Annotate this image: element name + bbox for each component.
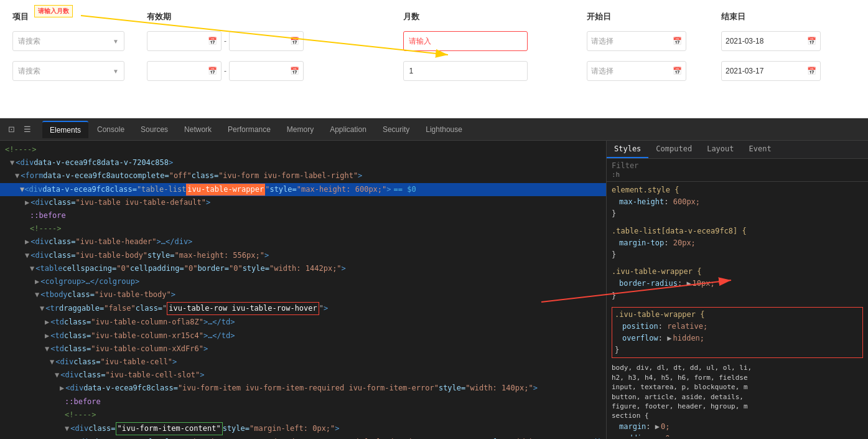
row1-enddate[interactable]: 2021-03-18 📅 (721, 31, 856, 51)
row2-validity: 📅 - 📅 (147, 61, 403, 81)
row2-start-select[interactable]: 请选择 📅 (587, 61, 686, 81)
expand-arrow[interactable]: ▶ (45, 330, 49, 342)
date-separator: - (224, 67, 226, 75)
devtools-icons: ⊡ ☰ (5, 123, 34, 136)
expand-arrow[interactable]: ▶ (25, 197, 29, 209)
dom-line-highlighted[interactable]: ▼ <div data-v-ecea9fc8 class= "table-lis… (0, 183, 606, 196)
styles-panel: Styles Computed Layout Event :h (607, 141, 868, 439)
row1-project[interactable]: 请搜索 ▼ (12, 31, 147, 51)
dom-panel: <!----> ▼ <div data-v-ecea9fc8 data-v-72… (0, 141, 607, 439)
dom-line: ▶ <td class= "ivu-table-column-xr15c4" >… (0, 329, 606, 342)
expand-arrow[interactable]: ▼ (15, 170, 19, 182)
expand-arrow[interactable]: ▼ (40, 303, 44, 314)
dom-line: ▶ <colgroup>…</colgroup> (0, 275, 606, 288)
row2-enddate[interactable]: 2021-03-17 📅 (721, 61, 856, 81)
dom-line: ▼ <table cellspacing= "0" cellpadding= "… (0, 262, 606, 275)
calendar-icon: 📅 (208, 37, 217, 45)
calendar-icon: 📅 (807, 67, 816, 75)
row1-date-end[interactable]: 📅 (229, 31, 304, 51)
calendar-icon: 📅 (807, 37, 816, 45)
dom-line: ▼ <form data-v-ecea9fc8 autocomplete= "o… (0, 169, 606, 182)
expand-arrow[interactable]: ▶ (35, 276, 39, 288)
row1-months-input[interactable]: 请输入 (403, 31, 528, 51)
expand-icon[interactable]: ▶ (686, 279, 691, 288)
annotation-callout: 请输入月数 (34, 5, 73, 17)
expand-icon[interactable]: ▶ (655, 422, 660, 431)
tab-lighthouse[interactable]: Lighthouse (418, 121, 470, 138)
expand-arrow[interactable]: ▼ (50, 356, 54, 368)
expand-arrow[interactable]: ▼ (25, 250, 29, 262)
row2-months-input[interactable]: 1 (403, 61, 528, 81)
expand-arrow[interactable]: ▼ (10, 157, 14, 169)
tab-computed[interactable]: Computed (648, 141, 699, 158)
row2-date-end[interactable]: 📅 (229, 61, 304, 81)
tab-application[interactable]: Application (322, 121, 374, 138)
expand-icon[interactable]: ▶ (660, 434, 664, 437)
tab-memory[interactable]: Memory (279, 121, 321, 138)
chevron-down-icon: ▼ (113, 38, 119, 45)
expand-arrow[interactable]: ▼ (35, 289, 39, 301)
row1-months[interactable]: 请输入 (403, 31, 587, 51)
cursor-icon[interactable]: ⊡ (5, 123, 17, 136)
dom-line: ▶ <div class= "ivu-table ivu-table-defau… (0, 196, 606, 209)
row2-startdate[interactable]: 请选择 📅 (587, 61, 721, 81)
calendar-icon: 📅 (290, 37, 299, 45)
tab-network[interactable]: Network (177, 121, 219, 138)
filter-bar[interactable]: :h (607, 159, 868, 182)
class-badge-tr: ivu-table-row ivu-table-row-hover (167, 302, 319, 315)
tab-console[interactable]: Console (90, 121, 132, 138)
calendar-icon: 📅 (673, 67, 682, 75)
expand-arrow[interactable]: ▼ (30, 263, 34, 275)
header-enddate: 结束日 (721, 11, 856, 22)
dom-line: <!----> (0, 143, 606, 156)
dom-line: ▼ <td class= "ivu-table-column-xXdFr6" > (0, 342, 606, 356)
expand-arrow[interactable]: ▶ (60, 382, 64, 394)
header-validity: 有效期 (147, 11, 403, 22)
dom-line: <!----> (0, 408, 606, 422)
style-rule: element.style { max-height: 600px; } (612, 184, 863, 220)
class-badge-content: "ivu-form-item-content" (116, 422, 223, 435)
row2-project-select[interactable]: 请搜索 ▼ (12, 61, 124, 81)
tab-elements[interactable]: Elements (42, 121, 88, 138)
app-area: 项目 有效期 月数 开始日 结束日 请搜索 ▼ (0, 0, 868, 118)
chevron-down-icon: ▼ (113, 68, 119, 75)
dom-line: ::before (0, 209, 606, 222)
row2-project[interactable]: 请搜索 ▼ (12, 61, 147, 81)
header-startdate: 开始日 (587, 11, 721, 22)
row1-date-range: 📅 - 📅 (147, 31, 403, 51)
row1-validity: 📅 - 📅 (147, 31, 403, 51)
tab-layout[interactable]: Layout (699, 141, 741, 158)
row1-project-select[interactable]: 请搜索 ▼ (12, 31, 124, 51)
row2-end-value[interactable]: 2021-03-17 📅 (721, 61, 821, 81)
row1-end-value[interactable]: 2021-03-18 📅 (721, 31, 821, 51)
dom-line: ▼ <div class= "ivu-table-body" style= "m… (0, 249, 606, 262)
style-rule: .ivu-table-wrapper { border-radius: ▶10p… (612, 266, 863, 302)
expand-arrow[interactable]: ▶ (70, 437, 74, 439)
style-rule-highlighted: .ivu-table-wrapper { position: relative;… (612, 307, 863, 359)
tab-performance[interactable]: Performance (220, 121, 278, 138)
expand-arrow[interactable]: ▶ (45, 316, 49, 328)
mobile-icon[interactable]: ☰ (21, 123, 34, 136)
row1-startdate[interactable]: 请选择 📅 (587, 31, 721, 51)
styles-tabs: Styles Computed Layout Event (607, 141, 868, 159)
styles-content: element.style { max-height: 600px; } .ta… (607, 182, 868, 437)
dom-line: ▼ <div class= "ivu-form-item-content" st… (0, 422, 606, 436)
tab-sources[interactable]: Sources (133, 121, 175, 138)
row2-months[interactable]: 1 (403, 61, 587, 81)
row2-date-start[interactable]: 📅 (147, 61, 222, 81)
dom-line: ▼ <div class= "ivu-table-cell-slot" > (0, 369, 606, 382)
expand-arrow[interactable]: ▼ (55, 369, 59, 381)
devtools-panel: ⊡ ☰ Elements Console Sources Network Per… (0, 118, 868, 439)
row1-start-select[interactable]: 请选择 📅 (587, 31, 686, 51)
expand-arrow[interactable]: ▶ (25, 236, 29, 248)
filter-input[interactable] (612, 161, 863, 170)
tab-event[interactable]: Event (742, 141, 779, 158)
header-project: 项目 (12, 11, 147, 22)
expand-arrow[interactable]: ▼ (65, 423, 69, 435)
row1-date-start[interactable]: 📅 (147, 31, 222, 51)
expand-arrow[interactable]: ▼ (45, 343, 49, 355)
tab-styles[interactable]: Styles (607, 141, 648, 158)
expand-icon[interactable]: ▶ (667, 334, 671, 342)
tab-security[interactable]: Security (375, 121, 417, 138)
dom-line: ▼ <tbody class= "ivu-table-tbody" > (0, 288, 606, 301)
